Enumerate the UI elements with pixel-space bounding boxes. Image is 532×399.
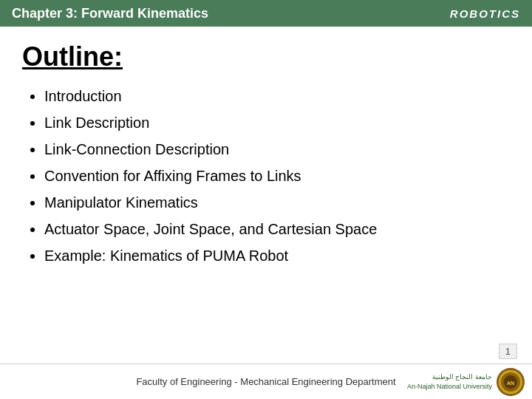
outline-list: IntroductionLink DescriptionLink-Connect… (22, 86, 510, 266)
footer-text: Faculty of Engineering - Mechanical Engi… (136, 376, 395, 387)
outline-item: Convention for Affixing Frames to Links (44, 166, 510, 186)
footer: Faculty of Engineering - Mechanical Engi… (0, 364, 532, 399)
header-logo: ROBOTICS (450, 7, 520, 20)
outline-item: Introduction (44, 86, 510, 106)
main-content: Outline: IntroductionLink DescriptionLin… (0, 27, 532, 279)
university-logo: جامعة النجاح الوطنية An-Najah National U… (407, 368, 525, 396)
page-number: 1 (499, 344, 517, 359)
university-emblem: AN (497, 368, 525, 396)
outline-heading: Outline: (22, 41, 510, 72)
outline-item: Manipulator Kinematics (44, 192, 510, 213)
uni-arabic: جامعة النجاح الوطنية (407, 372, 492, 382)
outline-item: Example: Kinematics of PUMA Robot (44, 245, 510, 266)
header-title: Chapter 3: Forward Kinematics (12, 6, 208, 21)
uni-english: An-Najah National University (407, 382, 492, 392)
outline-item: Link-Connection Description (44, 139, 510, 160)
outline-item: Actuator Space, Joint Space, and Cartesi… (44, 219, 510, 239)
outline-item: Link Description (44, 112, 510, 133)
university-name: جامعة النجاح الوطنية An-Najah National U… (407, 372, 492, 391)
header-bar: Chapter 3: Forward Kinematics ROBOTICS (0, 0, 532, 27)
svg-text:AN: AN (507, 381, 514, 386)
